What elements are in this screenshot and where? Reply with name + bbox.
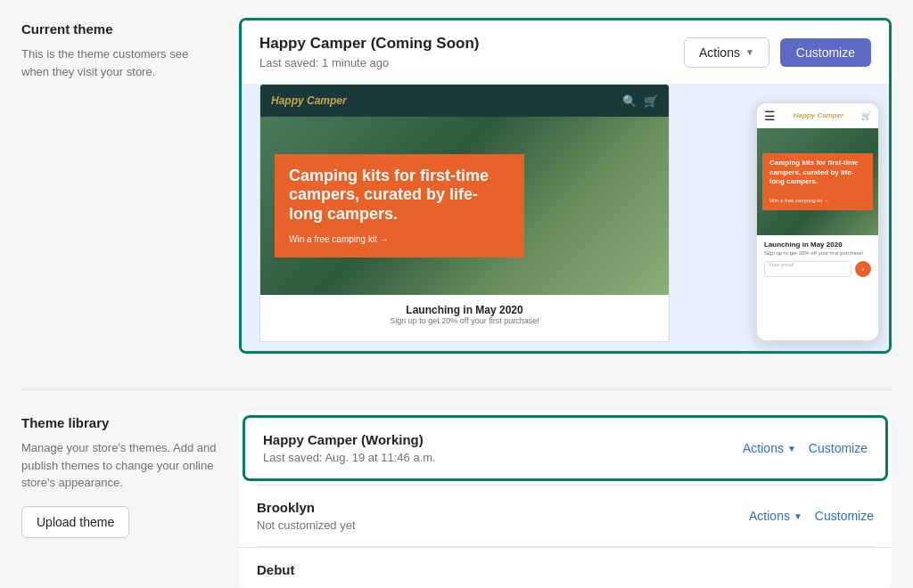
mobile-hero-headline: Camping kits for first-time campers, cur… [769, 159, 866, 186]
page-container: Current theme This is the theme customer… [0, 0, 913, 588]
chevron-down-icon: ▼ [745, 47, 754, 57]
mobile-footer-title: Launching in May 2020 [764, 241, 871, 249]
mobile-menu-icon: ☰ [764, 109, 776, 123]
mobile-hero-link: Win a free camping kit → [769, 198, 829, 203]
theme-preview: Happy Camper 🔍 🛒 Camping kits for first-… [242, 84, 889, 351]
theme-title-block: Happy Camper (Coming Soon) Last saved: 1… [259, 35, 480, 69]
theme-last-saved: Last saved: 1 minute ago [259, 56, 480, 69]
library-customize-link-0[interactable]: Customize [809, 441, 868, 455]
theme-name: Happy Camper (Coming Soon) [259, 35, 480, 53]
mobile-footer: Launching in May 2020 Sign up to get 20%… [757, 235, 878, 282]
customize-button[interactable]: Customize [780, 38, 871, 67]
mobile-footer-sub: Sign up to get 20% off your first purcha… [764, 250, 871, 256]
hero-link: Win a free camping kit [289, 234, 389, 244]
navbar-logo: Happy Camper [271, 94, 347, 107]
library-item-subtitle-1: Not customized yet [257, 519, 356, 532]
library-item-actions-1: Actions ▼ Customize [749, 509, 874, 523]
theme-library-list: Happy Camper (Working) Last saved: Aug. … [239, 412, 892, 588]
theme-actions: Actions ▼ Customize [684, 37, 871, 68]
library-item-debut: Debut [239, 547, 892, 588]
theme-header: Happy Camper (Coming Soon) Last saved: 1… [242, 20, 889, 84]
current-theme-card: Happy Camper (Coming Soon) Last saved: 1… [239, 18, 892, 354]
navbar-icons: 🔍 🛒 [622, 94, 658, 108]
preview-footer: Launching in May 2020 Sign up to get 20%… [260, 295, 669, 334]
theme-library-sidebar: Theme library Manage your store's themes… [21, 412, 218, 588]
mobile-banner: Camping kits for first-time campers, cur… [762, 153, 873, 209]
library-description: Manage your store's themes. Add and publ… [21, 439, 218, 492]
library-item-name-2: Debut [257, 562, 874, 577]
preview-navbar: Happy Camper 🔍 🛒 [260, 85, 669, 117]
library-actions-button-0[interactable]: Actions ▼ [743, 441, 796, 455]
library-actions-label-1: Actions [749, 509, 790, 523]
theme-library-section: Theme library Manage your store's themes… [21, 412, 892, 588]
search-icon: 🔍 [622, 94, 637, 108]
library-item-subtitle-0: Last saved: Aug. 19 at 11:46 a.m. [263, 451, 436, 464]
mobile-logo: Happy Camper [794, 111, 843, 119]
hero-banner: Camping kits for first-time campers, cur… [275, 154, 524, 258]
library-actions-button-1[interactable]: Actions ▼ [749, 509, 802, 523]
preview-hero: Camping kits for first-time campers, cur… [260, 117, 669, 295]
current-theme-title: Current theme [21, 21, 218, 37]
actions-button[interactable]: Actions ▼ [684, 37, 769, 68]
library-item-inner-0: Happy Camper (Working) Last saved: Aug. … [263, 432, 868, 464]
current-theme-section: Current theme This is the theme customer… [21, 18, 892, 354]
hero-headline: Camping kits for first-time campers, cur… [289, 167, 510, 225]
library-item-brooklyn: Brooklyn Not customized yet Actions ▼ Cu… [239, 486, 892, 546]
upload-theme-button[interactable]: Upload theme [21, 506, 129, 538]
mobile-email-row: Your email › [764, 261, 871, 277]
current-theme-description: This is the theme customers see when the… [21, 45, 218, 80]
library-item-name-1: Brooklyn [257, 500, 356, 515]
library-item-happy-camper-working: Happy Camper (Working) Last saved: Aug. … [243, 415, 888, 481]
library-customize-link-1[interactable]: Customize [815, 509, 874, 523]
library-item-inner-1: Brooklyn Not customized yet Actions ▼ Cu… [257, 500, 874, 532]
library-item-name-0: Happy Camper (Working) [263, 432, 436, 447]
library-actions-chevron-1: ▼ [794, 511, 802, 521]
desktop-preview: Happy Camper 🔍 🛒 Camping kits for first-… [259, 84, 670, 342]
footer-title: Launching in May 2020 [269, 304, 660, 316]
library-item-actions-0: Actions ▼ Customize [743, 441, 868, 455]
library-actions-label-0: Actions [743, 441, 784, 455]
library-title: Theme library [21, 415, 218, 430]
library-item-info-0: Happy Camper (Working) Last saved: Aug. … [263, 432, 436, 464]
library-item-info-1: Brooklyn Not customized yet [257, 500, 356, 532]
mobile-submit-button: › [855, 261, 871, 277]
footer-sub: Sign up to get 20% off your first purcha… [269, 316, 660, 325]
section-divider [21, 389, 892, 390]
mobile-preview: ☰ Happy Camper 🛒 Camping kits for first-… [755, 102, 880, 342]
actions-label: Actions [699, 45, 740, 60]
mobile-hero: Camping kits for first-time campers, cur… [757, 128, 878, 235]
mobile-email-placeholder: Your email [764, 261, 851, 277]
upload-theme-label: Upload theme [37, 515, 114, 529]
current-theme-sidebar: Current theme This is the theme customer… [21, 18, 218, 354]
mobile-navbar: ☰ Happy Camper 🛒 [757, 103, 878, 128]
mobile-cart-icon: 🛒 [861, 111, 871, 120]
library-actions-chevron-0: ▼ [787, 444, 796, 453]
cart-icon: 🛒 [644, 94, 658, 108]
